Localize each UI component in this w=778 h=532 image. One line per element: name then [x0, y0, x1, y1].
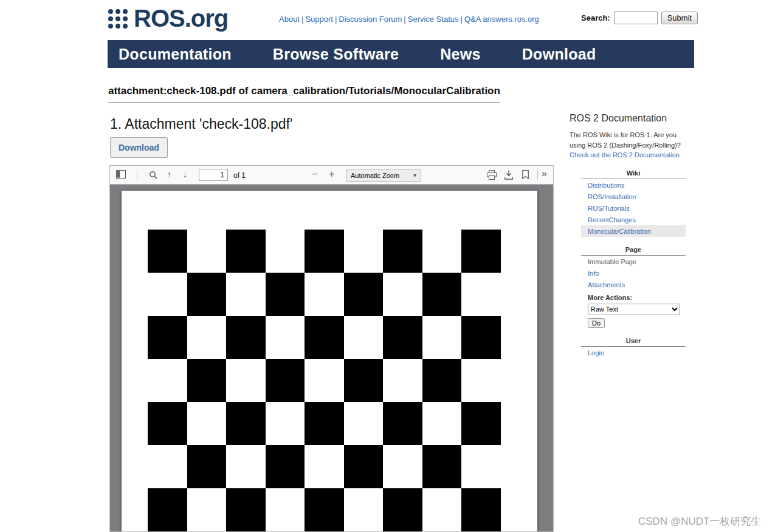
chevron-down-icon: ▾: [413, 172, 416, 179]
pdf-page: [122, 191, 537, 531]
user-section: User Login: [581, 337, 686, 358]
header-links: About|Support|Discussion Forum|Service S…: [277, 15, 541, 24]
checker-cell: [461, 402, 501, 445]
checker-cell: [226, 316, 266, 359]
pdf-page-up-button[interactable]: ↑: [167, 169, 171, 179]
pdf-zoom-out-button[interactable]: −: [312, 169, 317, 180]
sidebar-item-ros-tutorials[interactable]: ROS/Tutorials: [581, 202, 686, 214]
ros2-doc-link[interactable]: Check out the ROS 2 Documentation: [570, 151, 680, 159]
link-support[interactable]: Support: [305, 15, 333, 24]
ros-logo-dots-icon: [108, 9, 128, 29]
checker-cell: [422, 445, 462, 488]
sidebar-item-attachments[interactable]: Attachments: [581, 279, 686, 290]
search-label: Search:: [581, 13, 610, 22]
pdf-zoom-select[interactable]: Automatic Zoom ▾: [346, 169, 421, 182]
pdf-page-number-input[interactable]: [199, 169, 228, 181]
checker-cell: [148, 316, 187, 359]
page-section-heading: Page: [581, 246, 686, 256]
pdf-download-button[interactable]: [504, 170, 513, 180]
checker-cell: [422, 230, 462, 273]
pdf-viewer: ↑ ↓ of 1 − + Automatic Zoom ▾: [109, 165, 554, 532]
checker-cell: [266, 445, 305, 488]
checker-cell: [422, 488, 462, 531]
checker-cell: [305, 445, 344, 488]
nav-browse-software[interactable]: Browse Software: [273, 46, 399, 63]
ros-logo[interactable]: ROS.org: [108, 5, 228, 32]
checker-cell: [383, 488, 422, 531]
checker-cell: [187, 359, 227, 402]
checker-cell: [461, 359, 501, 402]
separator: |: [404, 15, 405, 24]
attachment-heading: 1. Attachment 'check-108.pdf': [110, 116, 292, 132]
checker-cell: [148, 230, 187, 273]
zoom-select-value: Automatic Zoom: [351, 172, 399, 179]
checker-cell: [226, 402, 266, 445]
checker-cell: [187, 230, 227, 273]
checker-cell: [305, 402, 344, 445]
do-button[interactable]: Do: [588, 318, 605, 328]
pdf-page-down-button[interactable]: ↓: [183, 169, 187, 179]
search-input[interactable]: [614, 12, 658, 24]
sidebar-toggle-icon: [116, 170, 126, 179]
checker-cell: [266, 488, 305, 531]
sidebar-item-monocularcalibration[interactable]: MonocularCalibration: [581, 225, 686, 237]
checker-cell: [305, 273, 344, 316]
user-section-heading: User: [581, 337, 686, 347]
checker-cell: [187, 488, 227, 531]
search-submit-button[interactable]: Submit: [661, 12, 698, 24]
page-title: attachment:check-108.pdf of camera_calib…: [108, 85, 500, 103]
checker-cell: [383, 359, 422, 402]
pdf-viewport[interactable]: [110, 185, 553, 531]
sidebar-item-login[interactable]: Login: [581, 347, 686, 358]
sidebar-item-ros-installation[interactable]: ROS/Installation: [581, 191, 686, 202]
link-qa-answers[interactable]: Q&A answers.ros.org: [464, 15, 539, 24]
link-about[interactable]: About: [279, 15, 300, 24]
pdf-toolbar: ↑ ↓ of 1 − + Automatic Zoom ▾: [110, 166, 553, 185]
checker-cell: [422, 359, 462, 402]
sidebar-item-distributions[interactable]: Distributions: [581, 179, 686, 191]
checker-cell: [226, 488, 266, 531]
checker-cell: [461, 488, 501, 531]
logo-text: ROS.org: [134, 5, 228, 32]
ros2-doc-note: The ROS Wiki is for ROS 1. Are you using…: [570, 131, 681, 149]
nav-news[interactable]: News: [440, 46, 481, 63]
nav-download[interactable]: Download: [522, 46, 596, 63]
checkerboard: [148, 230, 501, 531]
checker-cell: [383, 316, 422, 359]
checker-cell: [226, 230, 266, 273]
checker-cell: [148, 273, 187, 316]
checker-cell: [187, 445, 227, 488]
checker-cell: [344, 316, 384, 359]
download-icon: [504, 170, 513, 180]
checker-cell: [305, 230, 344, 273]
printer-icon: [487, 170, 497, 180]
ros2-doc-text: The ROS Wiki is for ROS 1. Are you using…: [570, 130, 686, 160]
pdf-more-tools-button[interactable]: »: [542, 168, 547, 179]
more-actions-select[interactable]: Raw Text: [588, 304, 680, 315]
checker-cell: [344, 445, 384, 488]
toolbar-divider: [137, 170, 137, 180]
separator: |: [301, 15, 303, 24]
checker-cell: [226, 273, 266, 316]
download-button[interactable]: Download: [110, 137, 168, 158]
checker-cell: [422, 316, 462, 359]
pdf-find-button[interactable]: [149, 171, 158, 180]
nav-documentation[interactable]: Documentation: [119, 46, 232, 63]
checker-cell: [148, 359, 187, 402]
checker-cell: [305, 316, 344, 359]
pdf-sidebar-toggle-button[interactable]: [116, 170, 126, 179]
immutable-page-label: Immutable Page: [581, 256, 686, 267]
checker-cell: [383, 230, 422, 273]
checker-cell: [148, 488, 187, 531]
checker-cell: [344, 402, 384, 445]
pdf-current-view-button[interactable]: [522, 170, 529, 179]
pdf-print-button[interactable]: [487, 170, 497, 180]
link-discussion-forum[interactable]: Discussion Forum: [339, 15, 402, 24]
checker-cell: [422, 402, 462, 445]
watermark: CSDN @NUDT一枚研究生: [638, 514, 761, 528]
pdf-zoom-in-button[interactable]: +: [329, 169, 334, 180]
sidebar-item-recentchanges[interactable]: RecentChanges: [581, 214, 686, 225]
more-actions-label: More Actions:: [581, 290, 686, 304]
sidebar-item-info[interactable]: Info: [581, 267, 686, 279]
link-service-status[interactable]: Service Status: [408, 15, 459, 24]
